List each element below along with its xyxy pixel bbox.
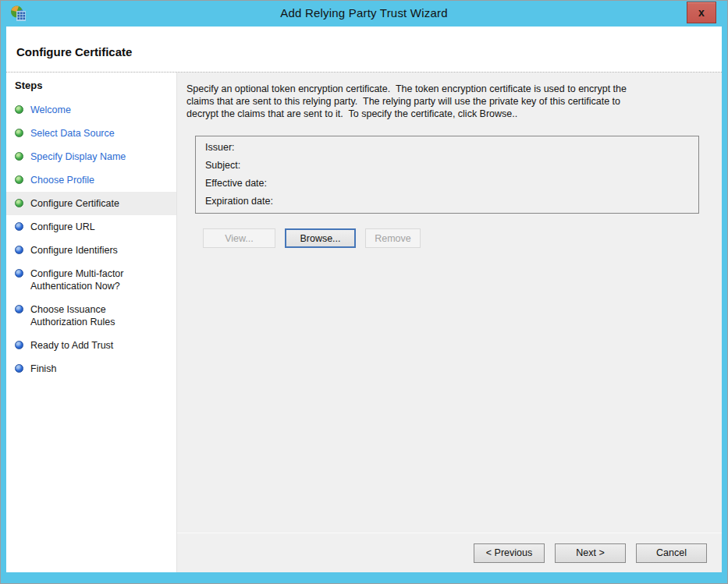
step-bullet-icon: [15, 305, 23, 313]
step-label: Choose Profile: [30, 174, 94, 186]
step-bullet-icon: [15, 222, 23, 231]
step-label: Configure URL: [30, 221, 95, 233]
description-text: Specify an optional token encryption cer…: [186, 83, 703, 120]
step-label: Choose Issuance Authorization Rules: [30, 303, 115, 328]
view-button: View...: [203, 228, 275, 248]
step-bullet-icon: [15, 105, 23, 114]
step-bullet-icon: [15, 175, 23, 184]
remove-button: Remove: [365, 228, 421, 248]
step-bullet-icon: [15, 269, 23, 278]
main-panel: Specify an optional token encryption cer…: [176, 73, 722, 572]
window-title: Add Relying Party Trust Wizard: [1, 6, 727, 19]
steps-list: Welcome Select Data Source Specify Displ…: [6, 98, 176, 380]
step-bullet-icon: [15, 341, 23, 349]
step-bullet-icon: [15, 199, 23, 207]
wizard-nav-buttons: < Previous Next > Cancel: [474, 543, 707, 563]
certificate-field-label: Effective date:: [205, 175, 689, 193]
step-select-data-source[interactable]: Select Data Source: [6, 122, 176, 145]
page-title: Configure Certificate: [6, 27, 722, 58]
wizard-footer: < Previous Next > Cancel: [177, 533, 722, 572]
wizard-window: Add Relying Party Trust Wizard x Configu…: [0, 0, 728, 584]
cancel-button[interactable]: Cancel: [636, 543, 707, 563]
titlebar: Add Relying Party Trust Wizard x: [1, 1, 727, 27]
certificate-field-label: Expiration date:: [205, 193, 689, 211]
step-finish: Finish: [6, 357, 176, 380]
certificate-field-label: Subject:: [205, 157, 689, 175]
step-welcome[interactable]: Welcome: [6, 98, 176, 122]
step-label: Specify Display Name: [30, 150, 126, 163]
step-label: Welcome: [30, 104, 71, 116]
step-label: Configure Multi-factor Authentication No…: [30, 267, 124, 292]
step-bullet-icon: [15, 246, 23, 254]
close-button[interactable]: x: [687, 2, 716, 23]
step-configure-certificate: Configure Certificate: [6, 192, 176, 215]
certificate-details-box: Issuer: Subject: Effective date: Expirat…: [195, 136, 699, 214]
certificate-actions: View... Browse... Remove: [203, 228, 703, 248]
step-bullet-icon: [15, 129, 23, 137]
step-label: Finish: [30, 363, 56, 375]
step-label: Ready to Add Trust: [30, 339, 113, 352]
step-configure-mfa: Configure Multi-factor Authentication No…: [6, 262, 176, 298]
step-configure-identifiers: Configure Identifiers: [6, 239, 176, 262]
window-body: Configure Certificate Steps Welcome: [6, 27, 722, 572]
browse-button[interactable]: Browse...: [285, 228, 356, 248]
step-label: Select Data Source: [30, 127, 115, 140]
steps-sidebar: Steps Welcome Select Data Source: [6, 73, 176, 572]
page-header: Configure Certificate: [6, 27, 722, 72]
step-ready-to-add-trust: Ready to Add Trust: [6, 334, 176, 357]
previous-button[interactable]: < Previous: [474, 543, 545, 563]
step-specify-display-name[interactable]: Specify Display Name: [6, 145, 176, 168]
content-area: Steps Welcome Select Data Source: [6, 72, 722, 572]
step-bullet-icon: [15, 152, 23, 161]
next-button[interactable]: Next >: [555, 543, 626, 563]
step-choose-issuance-rules: Choose Issuance Authorization Rules: [6, 298, 176, 334]
certificate-field-label: Issuer:: [205, 139, 689, 157]
steps-heading: Steps: [6, 78, 176, 98]
step-label: Configure Certificate: [30, 197, 119, 210]
step-configure-url: Configure URL: [6, 215, 176, 239]
step-choose-profile[interactable]: Choose Profile: [6, 168, 176, 192]
step-label: Configure Identifiers: [30, 244, 118, 257]
step-bullet-icon: [15, 364, 23, 373]
